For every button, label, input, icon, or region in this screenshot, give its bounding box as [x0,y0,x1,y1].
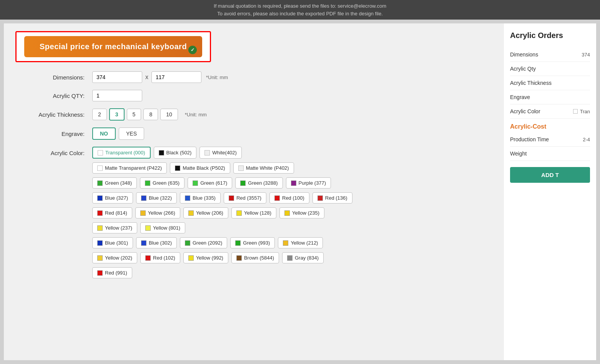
thickness-label: Acrylic Thickness: [15,111,92,118]
green-617-swatch [193,180,198,186]
color-red-100[interactable]: Red (100) [269,192,309,204]
yellow-128-swatch [236,210,242,216]
sidebar-row-thickness: Acrylic Thickness [510,76,590,90]
color-row-6: Yellow (237) Yellow (801) [92,222,492,233]
color-blue-335[interactable]: Blue (335) [180,192,221,204]
yellow-237-swatch [97,225,103,231]
thickness-10[interactable]: 10 [160,109,178,120]
add-to-cart-button[interactable]: ADD T [510,167,590,183]
color-red-102[interactable]: Red (102) [140,252,180,263]
color-row-4: Blue (327) Blue (322) Blue (335) Red (35… [92,192,492,204]
color-matte-transparent-p422[interactable]: Matte Transparent (P422) [92,162,167,174]
matte-white-swatch [238,165,244,171]
content-area: Special price for mechanical keyboard ✓ … [4,23,504,360]
green-635-swatch [145,180,150,186]
color-row: Acrylic Color: Transparent (000) Black (… [15,147,492,282]
color-buttons-area: Transparent (000) Black (502) White(402) [92,147,492,282]
sidebar-row-color: Acrylic Color Tran [510,104,590,119]
checkmark-icon: ✓ [188,46,197,54]
blue-322-swatch [141,195,146,201]
sidebar-qty-label: Acrylic Qty [510,66,536,72]
sidebar-engrave-label: Engrave [510,94,530,100]
thickness-2[interactable]: 2 [92,109,107,120]
color-row-3: Green (348) Green (635) Green (617) Gree… [92,177,492,189]
color-brown-5844[interactable]: Brown (5844) [231,252,279,263]
sidebar-color-swatch [573,109,578,114]
thickness-options: 2 3 5 8 10 *Unit: mm [92,108,207,121]
color-red-814[interactable]: Red (814) [92,207,132,218]
engrave-options: NO YES [92,127,144,140]
color-green-2092[interactable]: Green (2092) [180,237,227,248]
green-2092-swatch [185,240,190,246]
color-green-348[interactable]: Green (348) [92,177,137,189]
color-transparent-000[interactable]: Transparent (000) [92,147,151,159]
color-yellow-992[interactable]: Yellow (992) [183,252,228,263]
engrave-yes[interactable]: YES [119,127,144,140]
thickness-3[interactable]: 3 [109,108,125,121]
brown-5844-swatch [236,255,242,261]
sidebar-row-qty: Acrylic Qty [510,62,590,76]
color-blue-327[interactable]: Blue (327) [92,192,133,204]
red-991-swatch [97,270,103,276]
transparent-swatch [98,150,103,156]
color-green-635[interactable]: Green (635) [140,177,184,189]
special-button-label: Special price for mechanical keyboard [40,42,187,51]
dim-y-input[interactable] [151,71,201,83]
color-yellow-206[interactable]: Yellow (206) [183,207,228,218]
sidebar-color-value: Tran [580,109,590,114]
color-yellow-235[interactable]: Yellow (235) [279,207,324,218]
color-gray-834[interactable]: Gray (834) [282,252,324,263]
color-white-402[interactable]: White(402) [199,147,242,159]
red-102-swatch [145,255,151,261]
blue-302-swatch [141,240,146,246]
color-yellow-128[interactable]: Yellow (128) [231,207,276,218]
gray-834-swatch [287,255,293,261]
qty-label: Acrylic QTY: [15,93,92,99]
sidebar-row-weight: Weight [510,147,590,161]
color-blue-301[interactable]: Blue (301) [92,237,133,248]
red-100-swatch [274,195,280,201]
color-yellow-202[interactable]: Yellow (202) [92,252,137,263]
color-blue-322[interactable]: Blue (322) [136,192,177,204]
color-red-3557[interactable]: Red (3557) [224,192,266,204]
color-black-502[interactable]: Black (502) [154,147,197,159]
qty-row: Acrylic QTY: [15,90,492,101]
sidebar-production-value: 2-4 [583,137,590,142]
sidebar-thickness-label: Acrylic Thickness [510,80,552,86]
color-yellow-801[interactable]: Yellow (801) [140,222,185,233]
matte-black-swatch [175,165,180,171]
color-row-2: Matte Transparent (P422) Matte Black (P5… [92,162,492,174]
color-yellow-212[interactable]: Yellow (212) [278,237,323,248]
color-row-5: Red (814) Yellow (266) Yellow (206) Yell… [92,207,492,218]
color-green-617[interactable]: Green (617) [188,177,232,189]
yellow-992-swatch [188,255,194,261]
qty-input[interactable] [92,90,142,101]
green-3288-swatch [240,180,246,186]
special-price-button[interactable]: Special price for mechanical keyboard ✓ [24,36,202,57]
thickness-8[interactable]: 8 [143,109,158,120]
sidebar-production-label: Production Time [510,136,549,142]
top-bar: If manual quotation is required, please … [0,0,600,20]
color-yellow-237[interactable]: Yellow (237) [92,222,137,233]
color-row-7: Blue (301) Blue (302) Green (2092) Green… [92,237,492,248]
color-row-8: Yellow (202) Red (102) Yellow (992) Brow… [92,252,492,263]
color-red-136[interactable]: Red (136) [312,192,352,204]
color-red-991[interactable]: Red (991) [92,267,132,278]
black-swatch [159,150,164,156]
sidebar: Acrylic Orders Dimensions 374 Acrylic Qt… [504,23,596,360]
color-yellow-266[interactable]: Yellow (266) [135,207,180,218]
red-814-swatch [97,210,103,216]
thickness-5[interactable]: 5 [127,109,141,120]
thickness-unit-label: *Unit: mm [185,112,207,117]
color-matte-white-p402[interactable]: Matte White (P402) [233,162,294,174]
engrave-label: Engrave: [15,131,92,137]
dim-x-input[interactable] [92,71,142,83]
color-blue-302[interactable]: Blue (302) [136,237,177,248]
green-348-swatch [97,180,103,186]
color-green-993[interactable]: Green (993) [230,237,275,248]
acrylic-cost-label: Acrylic-Cost [510,119,590,132]
color-purple-377[interactable]: Purple (377) [286,177,331,189]
color-green-3288[interactable]: Green (3288) [235,177,283,189]
color-matte-black-p502[interactable]: Matte Black (P502) [170,162,230,174]
engrave-no[interactable]: NO [92,127,116,140]
